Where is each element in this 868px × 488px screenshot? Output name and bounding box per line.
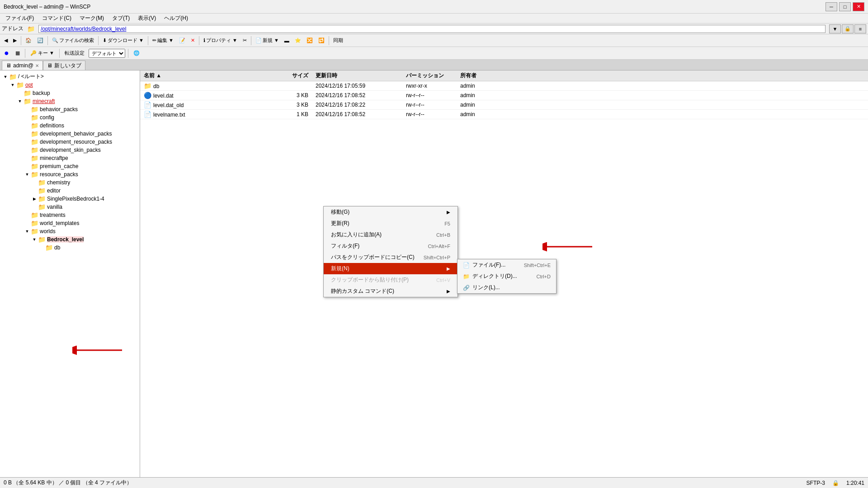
home-icon: 🏠 — [25, 38, 32, 43]
file-owner-leveldat-old: admin — [460, 102, 496, 108]
cut-button[interactable]: ✂ — [241, 36, 249, 46]
tab-label: admin@ — [13, 62, 33, 69]
close-button[interactable]: ✕ — [853, 2, 864, 11]
folder-icon-root: 📁 — [9, 73, 17, 80]
addressbar-path[interactable]: /opt/minecraft/worlds/Bedrock_level — [38, 25, 826, 33]
key-button[interactable]: 🔑 キー ▼ — [28, 48, 57, 58]
menu-command[interactable]: コマンド(C) — [38, 14, 75, 23]
tree-item-minecraft[interactable]: ▼ 📁 minecraft — [0, 97, 140, 105]
tree-item-db[interactable]: 📁 db — [0, 244, 140, 252]
col-header-size[interactable]: サイズ — [279, 72, 316, 80]
tree-item-definitions[interactable]: 📁 definitions — [0, 122, 140, 130]
repeat-icon: 🔁 — [318, 38, 325, 43]
tree-label-behavior-packs: behavior_packs — [40, 106, 78, 113]
tree-label-minecraftpe: minecraftpe — [40, 155, 68, 161]
menubar: ファイル(F) コマンド(C) マーク(M) タブ(T) 表示(V) ヘルプ(H… — [0, 14, 868, 23]
context-menu-refresh[interactable]: 更新(R) F5 — [324, 218, 458, 229]
toggle-single-pixels: ▶ — [31, 197, 38, 201]
col-header-date[interactable]: 更新日時 — [316, 72, 406, 80]
context-menu-new[interactable]: 新規(N) ▶ — [324, 263, 458, 274]
toggle-root: ▼ — [2, 75, 9, 79]
transfer-select[interactable]: デフォルト — [89, 49, 125, 58]
addressbar-dropdown[interactable]: ▼ — [829, 24, 841, 33]
tree-item-behavior-packs[interactable]: 📁 behavior_packs — [0, 105, 140, 113]
download-button[interactable]: ⬇ ダウンロード ▼ — [100, 36, 146, 46]
tree-item-bedrock-level[interactable]: ▼ 📁 Bedrock_level — [0, 235, 140, 244]
tree-item-treatments[interactable]: 📁 treatments — [0, 211, 140, 219]
tree-item-root[interactable]: ▼ 📁 / <ルート> — [0, 72, 140, 81]
context-menu-paste[interactable]: クリップボードから貼り付け(P) Ctrl+V — [324, 274, 458, 286]
addressbar-lock[interactable]: 🔒 — [842, 24, 854, 33]
maximize-button[interactable]: □ — [839, 2, 851, 11]
file-date-levelname: 2024/12/16 17:08:52 — [316, 111, 406, 117]
statusbar-protocol: SFTP-3 — [807, 480, 825, 486]
addressbar-expand[interactable]: ≡ — [854, 24, 866, 33]
submenu-file[interactable]: 📄 ファイル(F)... Shift+Ctrl+E — [458, 259, 556, 271]
submenu-link-icon: 🔗 — [463, 285, 470, 291]
home-button[interactable]: 🏠 — [23, 36, 34, 46]
tree-item-single-pixels[interactable]: ▶ 📁 SinglePixelsBedrock1-4 — [0, 195, 140, 203]
context-menu-copy-path[interactable]: パスをクリップボードにコピー(C) Shift+Ctrl+P — [324, 252, 458, 263]
menu-view[interactable]: 表示(V) — [134, 14, 160, 23]
tree-item-backup[interactable]: 📁 backup — [0, 89, 140, 97]
sync-button[interactable]: 同期 — [331, 36, 345, 46]
file-row-db[interactable]: 📁db 2024/12/16 17:05:59 rwxr-xr-x admin — [140, 81, 868, 91]
titlebar: Bedrock_level – admin@ – WinSCP ─ □ ✕ — [0, 0, 868, 14]
submenu-link[interactable]: 🔗 リンク(L)... — [458, 282, 556, 293]
tree-item-vanilla[interactable]: 📁 vanilla — [0, 203, 140, 211]
new-button[interactable]: 📄 新規 ▼ — [253, 36, 281, 46]
file-row-leveldat-old[interactable]: 📄level.dat_old 3 KB 2024/12/16 17:08:22 … — [140, 100, 868, 110]
menu-mark[interactable]: マーク(M) — [76, 14, 108, 23]
col-header-name[interactable]: 名前 ▲ — [144, 72, 279, 80]
menu-help[interactable]: ヘルプ(H) — [160, 14, 192, 23]
tree-item-worlds[interactable]: ▼ 📁 worlds — [0, 227, 140, 235]
icon2[interactable]: ⭐ — [292, 36, 303, 46]
file-name-leveldat: 🔵level.dat — [144, 92, 279, 99]
icon1[interactable]: ▬ — [282, 36, 292, 46]
tree-item-premium-cache[interactable]: 📁 premium_cache — [0, 162, 140, 170]
refresh-button[interactable]: 🔄 — [35, 36, 46, 46]
icon3[interactable]: 🔀 — [304, 36, 315, 46]
file-row-levelname[interactable]: 📄levelname.txt 1 KB 2024/12/16 17:08:52 … — [140, 110, 868, 119]
tab-close-button[interactable]: ✕ — [35, 63, 39, 68]
tab-new[interactable]: 🖥 新しいタブ — [43, 61, 85, 70]
tree-item-opt[interactable]: ▼ 📁 opt — [0, 81, 140, 89]
tree-panel: ▼ 📁 / <ルート> ▼ 📁 opt 📁 backup ▼ 📁 minecra… — [0, 70, 140, 477]
context-menu-move[interactable]: 移動(G) ▶ — [324, 206, 458, 218]
tree-item-config[interactable]: 📁 config — [0, 113, 140, 122]
blue-dot[interactable]: ● — [2, 48, 11, 58]
sep6 — [251, 36, 251, 45]
grid-button[interactable]: ▦ — [13, 48, 22, 58]
search-button[interactable]: 🔍 ファイルの検索 — [50, 36, 96, 46]
menu-tab[interactable]: タブ(T) — [108, 14, 133, 23]
file-row-leveldat[interactable]: 🔵level.dat 3 KB 2024/12/16 17:08:52 rw-r… — [140, 91, 868, 100]
pencil-button[interactable]: 📝 — [177, 36, 188, 46]
tab-main[interactable]: 🖥 admin@ ✕ — [2, 61, 43, 70]
globe-button[interactable]: 🌐 — [131, 48, 142, 58]
menu-file[interactable]: ファイル(F) — [2, 14, 38, 23]
tree-item-world-templates[interactable]: 📁 world_templates — [0, 219, 140, 227]
tree-label-root: / <ルート> — [18, 73, 44, 80]
tree-item-resource-packs[interactable]: ▼ 📁 resource_packs — [0, 170, 140, 178]
tree-item-editor[interactable]: 📁 editor — [0, 187, 140, 195]
col-header-perm[interactable]: パーミッション — [406, 72, 460, 80]
tree-item-dev-behavior-packs[interactable]: 📁 development_behavior_packs — [0, 130, 140, 138]
forward-button[interactable]: ▶ — [11, 36, 19, 46]
delete-button[interactable]: ✕ — [189, 36, 197, 46]
icon4[interactable]: 🔁 — [316, 36, 327, 46]
tree-item-minecraftpe[interactable]: 📁 minecraftpe — [0, 154, 140, 162]
edit-button[interactable]: ✏ 編集 ▼ — [150, 36, 176, 46]
download-icon: ⬇ — [103, 38, 107, 43]
back-button[interactable]: ◀ — [2, 36, 10, 46]
tree-item-dev-skin-packs[interactable]: 📁 development_skin_packs — [0, 146, 140, 154]
transfer-button[interactable]: 転送設定 — [62, 48, 87, 58]
context-menu-filter[interactable]: フィルタ(F) Ctrl+Alt+F — [324, 240, 458, 252]
col-header-owner[interactable]: 所有者 — [460, 72, 496, 80]
context-menu-custom[interactable]: 静的カスタム コマンド(C) ▶ — [324, 286, 458, 297]
properties-button[interactable]: ℹ プロパティ ▼ — [201, 36, 240, 46]
tree-item-chemistry[interactable]: 📁 chemistry — [0, 178, 140, 187]
submenu-dir[interactable]: 📁 ディレクトリ(D)... Ctrl+D — [458, 271, 556, 282]
minimize-button[interactable]: ─ — [826, 2, 837, 11]
context-menu-favorite[interactable]: お気に入りに追加(A) Ctrl+B — [324, 229, 458, 240]
tree-item-dev-resource-packs[interactable]: 📁 development_resource_packs — [0, 138, 140, 146]
